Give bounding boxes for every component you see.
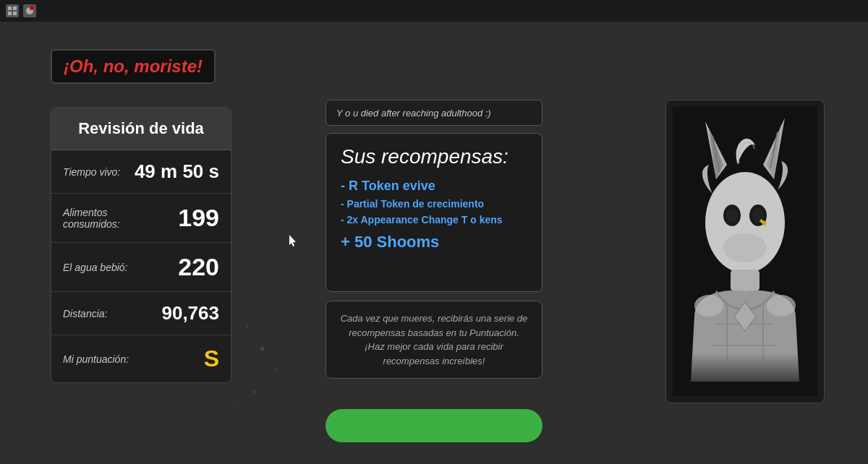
- water-label: El agua bebió:: [63, 262, 128, 273]
- time-alive-value: 49 m 50 s: [135, 160, 219, 183]
- svg-rect-19: [731, 270, 760, 291]
- reward-item-2: - Partial Token de crecimiento: [341, 198, 527, 210]
- food-row: Alimentos consumidos: 199: [51, 194, 231, 243]
- home-icon[interactable]: [6, 4, 19, 17]
- death-message-box: Y o u died after reaching adulthood :): [326, 100, 542, 126]
- svg-rect-2: [8, 12, 12, 15]
- rewards-box: Sus recompensas: - R Token evive - Parti…: [326, 133, 542, 292]
- reward-item-3: - 2x Appearance Change T o kens: [341, 214, 527, 225]
- time-alive-row: Tiempo vivo: 49 m 50 s: [51, 150, 231, 194]
- notification-icon[interactable]: [23, 4, 36, 17]
- mouse-cursor: [289, 235, 298, 248]
- rewards-heading: Sus recompensas:: [341, 145, 527, 168]
- time-alive-label: Tiempo vivo:: [63, 166, 120, 178]
- svg-point-21: [694, 295, 723, 317]
- food-label: Alimentos consumidos:: [63, 207, 135, 230]
- food-value: 199: [178, 204, 219, 232]
- main-content: ¡Oh, no, moriste! Revisión de vida Tiemp…: [0, 22, 868, 464]
- avatar-panel: [665, 100, 825, 403]
- water-value: 220: [178, 253, 219, 281]
- score-value: S: [204, 345, 219, 372]
- svg-point-5: [30, 6, 34, 10]
- svg-rect-23: [673, 353, 817, 396]
- rewards-footer-text: Cada vez que mueres, recibirás una serie…: [339, 312, 529, 368]
- reward-item-1: - R Token evive: [341, 179, 527, 194]
- life-review-title: Revisión de vida: [51, 108, 231, 150]
- svg-rect-3: [13, 12, 17, 15]
- svg-rect-1: [13, 7, 17, 10]
- top-bar: [0, 0, 868, 22]
- distance-value: 90,763: [161, 302, 219, 325]
- distance-label: Distancia:: [63, 308, 107, 319]
- svg-point-15: [726, 208, 738, 223]
- life-review-panel: Revisión de vida Tiempo vivo: 49 m 50 s …: [51, 107, 231, 383]
- death-message-text: Y o u died after reaching adulthood :): [336, 108, 491, 119]
- water-row: El agua bebió: 220: [51, 243, 231, 292]
- reward-item-4: + 50 Shooms: [341, 233, 527, 252]
- svg-rect-0: [8, 7, 12, 10]
- rewards-footer: Cada vez que mueres, recibirás una serie…: [326, 301, 542, 379]
- distance-row: Distancia: 90,763: [51, 292, 231, 335]
- avatar-svg: [673, 107, 817, 396]
- continue-button[interactable]: [326, 409, 542, 442]
- svg-point-22: [767, 295, 796, 317]
- score-label: Mi puntuación:: [63, 353, 129, 365]
- rewards-area: Y o u died after reaching adulthood :) S…: [326, 100, 542, 379]
- svg-point-18: [723, 233, 767, 262]
- death-title-box: ¡Oh, no, moriste!: [51, 49, 216, 84]
- score-row: Mi puntuación: S: [51, 335, 231, 382]
- death-title-text: ¡Oh, no, moriste!: [64, 56, 203, 76]
